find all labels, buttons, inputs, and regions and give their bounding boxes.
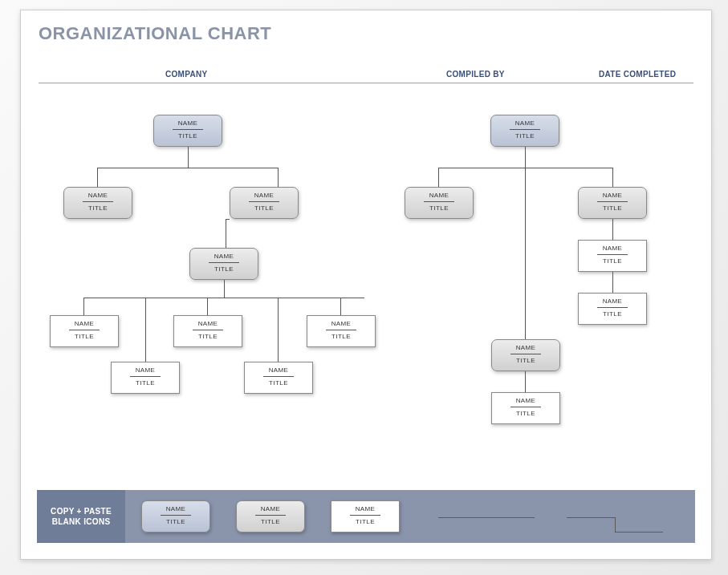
connector [525,147,526,168]
connector [97,168,98,187]
node-name: NAME [142,505,209,512]
node-title: TITLE [154,132,222,140]
connector [226,219,226,248]
left-root-node[interactable]: NAME TITLE [153,115,222,147]
node-divider [510,129,540,130]
template-node-blue[interactable]: NAME TITLE [141,500,210,532]
node-name: NAME [190,253,258,260]
node-divider [424,201,454,202]
node-divider [597,201,628,202]
connector [207,298,208,315]
node-title: TITLE [237,518,304,525]
left-l3-node[interactable]: NAME TITLE [189,248,258,280]
connector [224,280,225,298]
node-name: NAME [579,298,646,305]
node-title: TITLE [230,204,298,212]
node-title: TITLE [405,204,473,212]
connector [438,168,613,168]
connector [226,219,230,220]
node-title: TITLE [579,257,646,265]
connector [83,298,364,298]
left-l4-node-c[interactable]: NAME TITLE [307,315,376,347]
node-name: NAME [230,192,298,199]
node-title: TITLE [245,379,312,387]
node-title: TITLE [112,379,179,387]
connector [278,298,279,362]
left-l2-node-b[interactable]: NAME TITLE [230,187,299,219]
node-name: NAME [245,366,312,374]
right-root-node[interactable]: NAME TITLE [490,115,559,147]
connector [612,219,613,240]
right-l3-node-b[interactable]: NAME TITLE [578,293,647,325]
node-name: NAME [492,344,559,351]
node-title: TITLE [579,204,646,212]
node-title: TITLE [51,333,118,340]
node-divider [597,254,628,255]
node-divider [510,354,541,354]
template-node-white[interactable]: NAME TITLE [331,500,400,532]
right-l2-node-a[interactable]: NAME TITLE [405,187,474,219]
left-l4-node-a[interactable]: NAME TITLE [50,315,119,347]
node-name: NAME [51,320,118,327]
connector [340,298,341,315]
node-title: TITLE [492,410,559,417]
node-divider [326,330,356,330]
node-divider [130,376,161,377]
connector [438,168,439,187]
template-hline[interactable] [438,517,535,518]
left-l5-node-b[interactable]: NAME TITLE [244,362,313,394]
node-name: NAME [174,320,242,327]
node-title: TITLE [492,357,559,364]
node-divider [193,330,223,330]
node-title: TITLE [491,132,559,140]
org-canvas: NAME TITLE NAME TITLE NAME TITLE NAME TI… [21,10,711,559]
connector [612,272,613,293]
node-divider [350,515,380,516]
node-name: NAME [154,119,222,127]
node-title: TITLE [307,333,375,340]
node-title: TITLE [190,265,258,273]
left-l4-node-b[interactable]: NAME TITLE [173,315,242,347]
right-l3-node-c[interactable]: NAME TITLE [491,339,560,371]
node-name: NAME [307,320,375,327]
connector [278,168,279,187]
node-divider [173,129,203,130]
node-name: NAME [112,366,179,374]
right-l2-node-b[interactable]: NAME TITLE [578,187,647,219]
template-elbow-h2[interactable] [615,532,663,532]
node-divider [510,407,541,407]
footer-label: COPY + PASTE BLANK ICONS [37,490,125,543]
node-name: NAME [579,245,646,252]
node-name: NAME [491,119,559,127]
connector [83,298,84,315]
node-name: NAME [405,192,473,199]
connector [525,371,526,392]
template-elbow-h[interactable] [567,517,615,518]
connector [525,168,526,339]
connector [97,168,279,168]
template-node-grey[interactable]: NAME TITLE [236,500,305,532]
document-page: ORGANIZATIONAL CHART COMPANY COMPILED BY… [20,10,712,560]
node-name: NAME [492,397,559,404]
node-name: NAME [237,505,304,512]
node-divider [597,307,628,308]
node-divider [209,262,239,263]
footer-strip: COPY + PASTE BLANK ICONS NAME TITLE NAME… [37,490,695,543]
template-elbow-v[interactable] [615,517,616,532]
node-divider [249,201,279,202]
connector [612,168,613,187]
node-title: TITLE [174,333,242,340]
connector [188,147,189,168]
node-title: TITLE [331,518,399,525]
node-name: NAME [331,505,399,512]
node-title: TITLE [142,518,209,525]
node-title: TITLE [64,204,132,212]
right-l4-node[interactable]: NAME TITLE [491,392,560,424]
node-divider [69,330,100,330]
node-divider [255,515,286,516]
left-l2-node-a[interactable]: NAME TITLE [63,187,132,219]
node-divider [263,376,294,377]
right-l3-node-a[interactable]: NAME TITLE [578,240,647,272]
left-l5-node-a[interactable]: NAME TITLE [111,362,180,394]
connector [145,298,146,362]
